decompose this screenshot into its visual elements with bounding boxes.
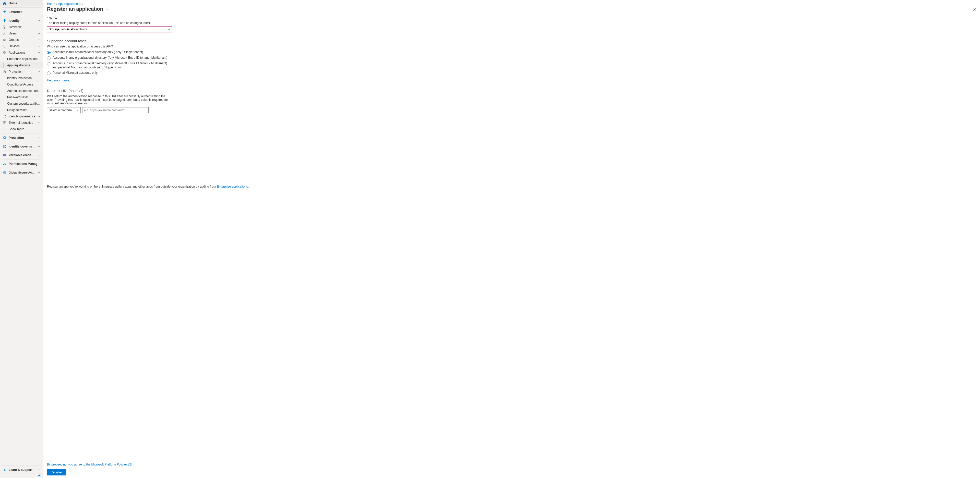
chevron-down-icon: [38, 121, 41, 124]
nav-overview-label: Overview: [9, 25, 41, 29]
footer-bar: By proceeding, you agree to the Microsof…: [43, 460, 980, 478]
svg-rect-9: [4, 71, 6, 73]
svg-rect-18: [3, 154, 6, 156]
svg-point-20: [4, 468, 5, 470]
breadcrumb-home[interactable]: Home: [47, 2, 55, 6]
account-type-option-3[interactable]: Personal Microsoft accounts only: [47, 71, 172, 75]
nav-groups-label: Groups: [9, 38, 35, 41]
collapse-sidebar-button[interactable]: [0, 473, 43, 478]
name-label: *Name: [47, 17, 173, 20]
nav-identity-label: Identity: [9, 19, 35, 22]
nav-protection-sub[interactable]: Protection: [0, 68, 43, 75]
nav-applications-label: Applications: [9, 51, 35, 54]
name-description: The user-facing display name for this ap…: [47, 21, 173, 25]
platform-select[interactable]: Select a platform: [47, 107, 81, 113]
sidebar-nav: Home Favorites Identity Overview Users: [0, 0, 43, 478]
account-types-heading: Supported account types: [47, 39, 173, 43]
chevron-down-icon: [38, 44, 41, 48]
nav-app-registrations[interactable]: App registrations: [0, 62, 43, 68]
account-type-option-2[interactable]: Accounts in any organizational directory…: [47, 62, 172, 70]
platform-select-value: Select a platform: [49, 108, 72, 112]
nav-enterprise-apps[interactable]: Enterprise applications: [0, 56, 43, 62]
nav-password-reset[interactable]: Password reset: [0, 94, 43, 100]
nav-identity-governance[interactable]: Identity governance: [0, 143, 43, 149]
account-type-radio-0[interactable]: [47, 51, 51, 54]
governance-main-icon: [3, 145, 6, 149]
chevron-right-icon: ›: [56, 3, 57, 5]
account-type-option-0[interactable]: Accounts in this organizational director…: [47, 50, 172, 54]
nav-custom-sec[interactable]: Custom security attributes: [0, 100, 43, 107]
svg-rect-5: [3, 51, 4, 52]
nav-applications[interactable]: Applications: [0, 49, 43, 56]
nav-identity-protection[interactable]: Identity Protection: [0, 75, 43, 81]
chevron-up-icon: [38, 51, 41, 54]
platform-policies-link[interactable]: By proceeding, you agree to the Microsof…: [47, 463, 132, 466]
app-name-input[interactable]: [47, 26, 172, 32]
chevron-down-icon: [38, 115, 41, 118]
nav-gsa[interactable]: Global Secure Access (Preview): [0, 169, 43, 176]
nav-favorites-label: Favorites: [9, 10, 35, 14]
groups-icon: [3, 38, 6, 42]
svg-rect-7: [3, 52, 4, 54]
nav-risky[interactable]: Risky activities: [0, 107, 43, 113]
nav-id-governance-sub[interactable]: Identity governance: [0, 113, 43, 119]
nav-favorites[interactable]: Favorites: [0, 9, 43, 15]
svg-rect-6: [5, 51, 6, 52]
account-type-radio-2[interactable]: [47, 62, 50, 65]
redirect-heading: Redirect URI (optional): [47, 89, 173, 93]
nav-identity[interactable]: Identity: [0, 17, 43, 24]
svg-point-1: [4, 32, 5, 33]
more-icon: [3, 127, 6, 131]
star-icon: [3, 10, 6, 14]
nav-external-identities[interactable]: External Identities: [0, 119, 43, 126]
globe-icon: [3, 170, 6, 175]
register-button[interactable]: Register: [47, 469, 65, 475]
account-type-radio-3[interactable]: [47, 71, 51, 75]
breadcrumb: Home › App registrations ›: [47, 2, 977, 6]
close-blade-button[interactable]: [973, 8, 977, 11]
name-field-block: *Name The user-facing display name for t…: [47, 17, 173, 32]
nav-verifiable[interactable]: Verifiable credentials: [0, 152, 43, 158]
shield-icon: [3, 136, 6, 140]
account-types-sub: Who can use this application or access t…: [47, 44, 173, 48]
nav-home[interactable]: Home: [0, 0, 43, 6]
svg-point-2: [3, 39, 5, 40]
learn-icon: [3, 468, 6, 472]
lock-icon: [3, 70, 6, 74]
chevron-down-icon: [38, 136, 41, 139]
help-me-choose-link[interactable]: Help me choose...: [47, 79, 72, 82]
svg-point-17: [4, 146, 5, 146]
main-content: Home › App registrations › Register an a…: [43, 0, 980, 478]
external-icon: [3, 121, 6, 125]
nav-learn[interactable]: Learn & support: [0, 467, 43, 473]
nav-protection[interactable]: Protection: [0, 135, 43, 141]
nav-users[interactable]: Users: [0, 30, 43, 37]
external-link-icon: [129, 463, 132, 466]
nav-devices[interactable]: Devices: [0, 43, 43, 49]
svg-point-12: [3, 129, 4, 129]
nav-devices-label: Devices: [9, 44, 35, 48]
account-type-label-2: Accounts in any organizational directory…: [52, 62, 172, 70]
account-type-option-1[interactable]: Accounts in any organizational directory…: [47, 56, 172, 60]
more-actions-button[interactable]: ⋯: [106, 7, 109, 11]
breadcrumb-app-registrations[interactable]: App registrations: [58, 2, 81, 6]
devices-icon: [3, 44, 6, 48]
enterprise-apps-link[interactable]: Enterprise applications: [217, 185, 248, 188]
nav-groups[interactable]: Groups: [0, 37, 43, 43]
redirect-uri-input[interactable]: [82, 107, 149, 113]
svg-rect-4: [3, 45, 6, 47]
chevron-up-icon: [38, 468, 41, 472]
chevron-down-icon: [38, 145, 41, 148]
account-type-radio-1[interactable]: [47, 56, 51, 60]
nav-conditional-access[interactable]: Conditional Access: [0, 81, 43, 87]
nav-enterprise-apps-label: Enterprise applications: [7, 57, 41, 61]
nav-overview[interactable]: Overview: [0, 24, 43, 30]
nav-auth-methods[interactable]: Authentication methods: [0, 87, 43, 94]
nav-show-more[interactable]: Show more: [0, 126, 43, 132]
page-title: Register an application: [47, 6, 103, 12]
chevron-down-icon: [38, 11, 41, 14]
nav-app-registrations-label: App registrations: [7, 64, 41, 67]
chevron-down-icon: [38, 154, 41, 157]
redirect-description: We'll return the authentication response…: [47, 94, 172, 105]
nav-permissions[interactable]: Permissions Management: [0, 160, 43, 167]
